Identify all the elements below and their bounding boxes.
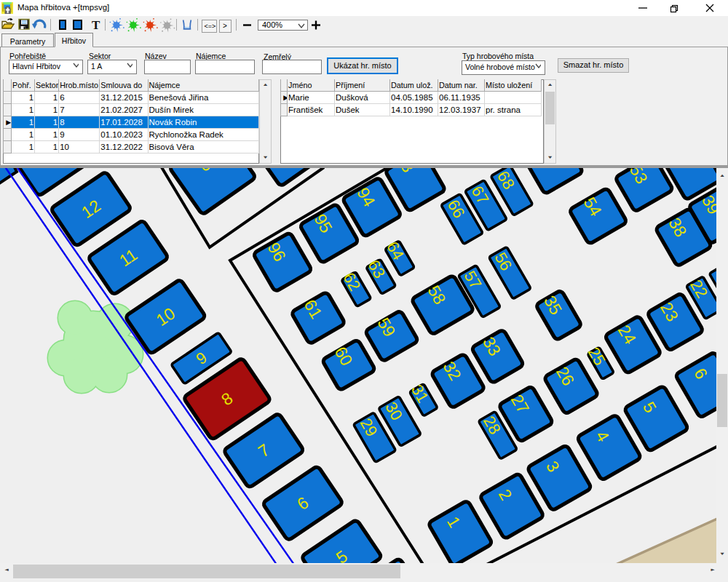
svg-text:T: T xyxy=(92,18,100,32)
svg-text:<=>: <=> xyxy=(205,23,216,30)
svg-text:>: > xyxy=(223,22,227,30)
